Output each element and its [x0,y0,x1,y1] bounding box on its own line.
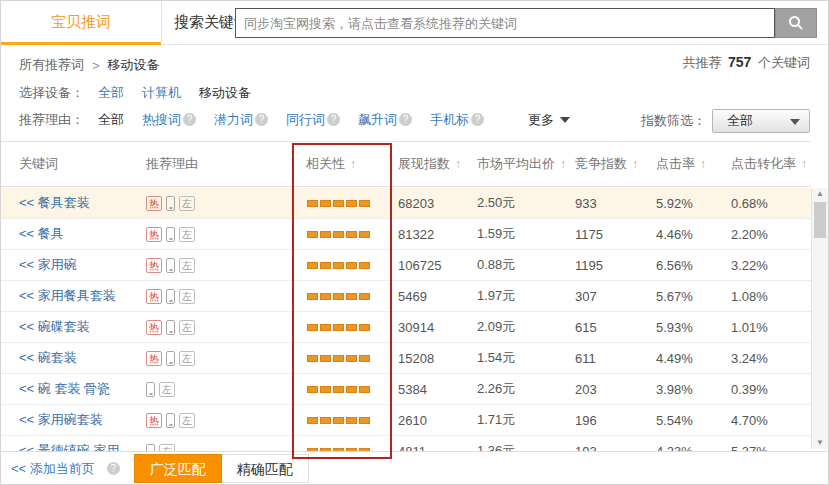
column-header-label: 市场平均出价 [477,155,555,173]
ctr-value: 5.54% [650,413,716,428]
help-icon[interactable]: ? [327,113,340,126]
column-header-7[interactable]: 点击率↑ [650,155,716,173]
sort-arrow-icon: ↑ [350,157,356,171]
relevance-bar-segment [359,200,370,207]
avg-bid-value: 2.50元 [475,194,572,212]
cvr-value: 0.68% [716,196,811,211]
column-header-1: 关键词 [1,155,141,173]
scrollbar-up-arrow-icon[interactable]: ▲ [812,188,828,200]
competition-value: 615 [572,320,650,335]
keyword-link[interactable]: << 碗套装 [19,349,77,367]
footer-bar: << 添加当前页 ? 广泛匹配 精确匹配 [1,451,828,485]
column-header-3[interactable]: 相关性↑ [291,155,393,173]
keyword-link[interactable]: << 家用碗 [19,256,77,274]
phone-tag-icon [166,196,175,211]
table-row: << 碗套装热左152081.54元6114.49%3.24% [1,343,811,374]
relevance-bar-segment [333,417,344,424]
left-tag-icon: 左 [159,444,175,452]
filter-option-3[interactable]: 同行词? [286,111,340,129]
breadcrumb-root-link[interactable]: 所有推荐词 [19,56,84,74]
ctr-value: 6.56% [650,258,716,273]
keyword-link[interactable]: << 餐具 [19,225,64,243]
phone-tag-icon [166,289,175,304]
column-header-label: 关键词 [19,155,58,173]
filter-option-0[interactable]: 全部 [98,84,124,102]
help-icon[interactable]: ? [399,113,412,126]
filter-option-2[interactable]: 移动设备 [199,84,251,102]
avg-bid-value: 1.36元 [475,442,572,451]
relevance-bar-segment [307,417,318,424]
filter-panel: 所有推荐词 > 移动设备 共推荐 757 个关键词 选择设备： 全部计算机移动设… [1,45,828,141]
impressions-value: 81322 [393,227,475,242]
keyword-link[interactable]: << 景德镇碗 家用 [19,442,119,451]
filter-option-0[interactable]: 全部 [98,111,124,129]
column-header-4[interactable]: 展现指数↑ [393,155,475,173]
filter-option-2[interactable]: 潜力词? [214,111,268,129]
keyword-link[interactable]: << 碗 套装 骨瓷 [19,380,110,398]
hot-tag-icon: 热 [146,196,162,211]
filter-option-1[interactable]: 计算机 [142,84,181,102]
table-scrollbar[interactable]: ▲ ▼ [811,188,828,449]
column-header-label: 点击率 [656,155,695,173]
left-tag-icon: 左 [159,382,175,397]
help-icon[interactable]: ? [255,113,268,126]
filter-option-5[interactable]: 手机标? [430,111,484,129]
device-filter-row: 选择设备： 全部计算机移动设备 [19,82,810,104]
relevance-bar-segment [346,355,357,362]
column-header-5[interactable]: 市场平均出价↑ [475,155,572,173]
avg-bid-value: 2.26元 [475,380,572,398]
index-filter-dropdown[interactable]: 全部 [712,109,810,133]
competition-value: 193 [572,444,650,452]
more-label: 更多 [528,111,554,129]
relevance-bar-segment [346,324,357,331]
filter-option-4[interactable]: 飙升词? [358,111,412,129]
relevance-bar-segment [346,200,357,207]
summary-suffix: 个关键词 [758,55,810,70]
keyword-link[interactable]: << 碗碟套装 [19,318,90,336]
help-icon[interactable]: ? [183,113,196,126]
help-icon[interactable]: ? [107,462,120,475]
column-header-8[interactable]: 点击转化率↑ [716,155,811,173]
search-input[interactable] [235,8,775,38]
table-row: << 餐具热左813221.59元11754.46%2.20% [1,219,811,250]
relevance-bar-segment [359,262,370,269]
hot-tag-icon: 热 [146,227,162,242]
cvr-value: 5.37% [716,444,811,452]
left-tag-icon: 左 [179,320,195,335]
reason-filter-label: 推荐理由： [19,111,84,129]
tab-item-recommend[interactable]: 宝贝推词 [1,1,161,42]
ctr-value: 5.67% [650,289,716,304]
broad-match-button[interactable]: 广泛匹配 [134,454,222,483]
device-filter-options: 全部计算机移动设备 [98,84,269,102]
ctr-value: 4.49% [650,351,716,366]
more-filters-toggle[interactable]: 更多 [528,111,570,129]
relevance-bar-segment [333,262,344,269]
scrollbar-thumb[interactable] [814,202,826,238]
keyword-link[interactable]: << 家用碗套装 [19,411,103,429]
relevance-bar-segment [307,200,318,207]
filter-option-label: 移动设备 [199,85,251,100]
exact-match-button[interactable]: 精确匹配 [222,454,309,483]
table-row: << 家用碗热左1067250.88元11956.56%3.22% [1,250,811,281]
add-current-page-link[interactable]: << 添加当前页 [11,460,95,478]
relevance-bar-segment [320,262,331,269]
left-tag-icon: 左 [179,258,195,273]
filter-option-1[interactable]: 热搜词? [142,111,196,129]
keyword-link[interactable]: << 餐具套装 [19,194,90,212]
column-header-6[interactable]: 竞争指数↑ [572,155,650,173]
relevance-bar-segment [333,355,344,362]
search-icon [788,15,804,31]
scrollbar-down-arrow-icon[interactable]: ▼ [812,437,828,449]
competition-value: 611 [572,351,650,366]
index-filter-label: 指数筛选： [641,112,706,130]
search-button[interactable] [775,8,817,38]
competition-value: 307 [572,289,650,304]
help-icon[interactable]: ? [471,113,484,126]
filter-option-label: 潜力词 [214,112,253,127]
phone-tag-icon [146,444,155,452]
column-header-label: 相关性 [306,155,345,173]
chevron-down-icon [560,117,570,123]
sort-arrow-icon: ↑ [801,157,807,171]
keyword-link[interactable]: << 家用餐具套装 [19,287,116,305]
avg-bid-value: 1.59元 [475,225,572,243]
